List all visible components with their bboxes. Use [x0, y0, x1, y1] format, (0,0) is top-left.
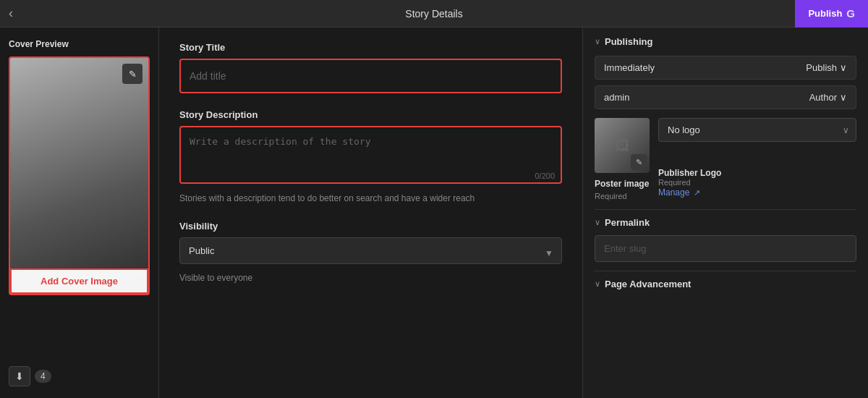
permalink-label: Permalink	[605, 217, 650, 228]
middle-panel: Story Title Story Description 0/200 Stor…	[159, 27, 582, 398]
poster-required-label: Required	[595, 192, 627, 200]
publish-button[interactable]: Publish G	[795, 0, 868, 27]
publish-action-label: Publish	[806, 62, 837, 73]
publish-time-label: Immediately	[604, 62, 655, 73]
left-panel: Cover Preview ✎ Add Cover Image ⬇ 4	[0, 27, 159, 398]
author-name: admin	[604, 92, 629, 103]
publishing-section-header: ∨ Publishing	[595, 36, 856, 47]
page-advancement-section: ∨ Page Advancement	[595, 279, 856, 289]
cover-image-box: ✎ Add Cover Image	[9, 56, 150, 295]
logo-select-wrapper: No logo ∨	[658, 118, 856, 142]
page-advancement-label: Page Advancement	[605, 279, 691, 289]
visibility-label: Visibility	[179, 221, 562, 232]
pencil-icon: ✎	[129, 69, 137, 80]
right-panel: ∨ Publishing Immediately Publish ∨ admin…	[582, 27, 868, 398]
pencil-small-icon: ✎	[636, 158, 642, 167]
download-icon: ⬇	[15, 371, 24, 382]
page-advancement-header: ∨ Page Advancement	[595, 279, 856, 289]
external-link-icon: ↗	[694, 188, 700, 197]
visibility-select-wrapper: Public Private Members Only ▼	[179, 237, 562, 268]
publish-action[interactable]: Publish ∨	[806, 62, 847, 73]
manage-link[interactable]: Manage	[658, 187, 689, 198]
permalink-chevron-icon: ∨	[595, 218, 600, 227]
author-row[interactable]: admin Author ∨	[595, 85, 856, 109]
edit-cover-button[interactable]: ✎	[122, 64, 142, 84]
back-button[interactable]: ‹	[9, 6, 13, 21]
permalink-section: ∨ Permalink	[595, 217, 856, 262]
publisher-required-label: Required	[658, 178, 856, 187]
story-description-wrapper: 0/200	[179, 126, 562, 186]
page-title: Story Details	[405, 8, 462, 20]
publish-chevron-icon: ∨	[840, 62, 847, 73]
story-description-label: Story Description	[179, 109, 562, 120]
logo-select[interactable]: No logo	[658, 118, 856, 142]
story-description-input[interactable]	[179, 126, 562, 184]
download-button[interactable]: ⬇	[9, 366, 30, 386]
publisher-logo-label: Publisher Logo	[658, 168, 856, 178]
topbar: ‹ Story Details Publish G	[0, 0, 868, 27]
visibility-hint: Visible to everyone	[179, 273, 562, 283]
poster-edit-button[interactable]: ✎	[631, 154, 647, 170]
main-layout: Cover Preview ✎ Add Cover Image ⬇ 4 Stor…	[0, 27, 868, 398]
divider-2	[595, 271, 856, 271]
poster-image-label: Poster image	[595, 179, 649, 189]
permalink-header: ∨ Permalink	[595, 217, 856, 228]
description-hint: Stories with a description tend to do be…	[179, 192, 562, 205]
divider-1	[595, 209, 856, 210]
image-placeholder-icon: 🖼	[615, 137, 629, 154]
publishing-chevron-icon: ∨	[595, 37, 600, 46]
author-role[interactable]: Author ∨	[809, 92, 847, 103]
bottom-actions: ⬇ 4	[9, 366, 150, 386]
logo-column: No logo ∨ Publisher Logo Required Manage…	[658, 118, 856, 200]
count-badge: 4	[35, 370, 51, 383]
slug-input[interactable]	[595, 235, 856, 262]
publishing-label: Publishing	[605, 36, 652, 47]
publish-time-row[interactable]: Immediately Publish ∨	[595, 56, 856, 80]
poster-image-box: 🖼 ✎	[595, 118, 650, 173]
add-cover-label[interactable]: Add Cover Image	[10, 268, 148, 294]
story-title-label: Story Title	[179, 42, 562, 53]
poster-logo-row: 🖼 ✎ Poster image Required No logo ∨ Publ…	[595, 118, 856, 200]
page-advancement-chevron-icon: ∨	[595, 279, 600, 289]
char-count: 0/200	[535, 172, 555, 180]
story-title-input[interactable]	[179, 59, 562, 93]
author-role-label: Author	[809, 92, 837, 103]
cover-preview-label: Cover Preview	[9, 39, 150, 49]
visibility-select[interactable]: Public Private Members Only	[179, 237, 562, 264]
author-chevron-icon: ∨	[840, 92, 847, 103]
